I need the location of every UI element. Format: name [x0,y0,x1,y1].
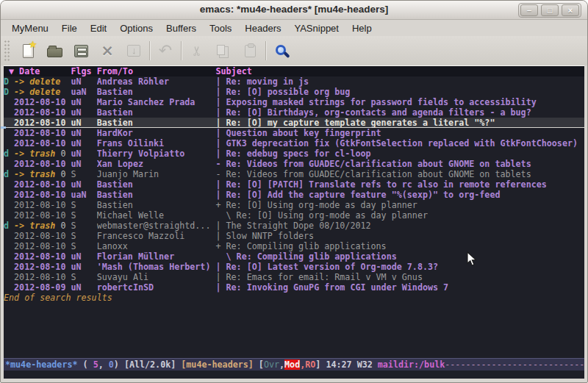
flags-cell: uN [71,179,96,190]
new-file-button[interactable] [15,39,41,62]
mark-cell [4,118,14,127]
mark-cell [4,107,14,118]
menu-item-file[interactable]: File [55,21,84,35]
flags-cell: uaN [71,190,96,200]
from-cell: Florian Müllner [97,251,216,262]
mark-action-label: -> delete [14,87,60,97]
menu-item-headers[interactable]: Headers [238,21,287,35]
flags-cell: uN [71,128,96,138]
message-row[interactable]: d-> trash 0Swebmaster@straightd...| The … [4,221,584,231]
message-row[interactable]: 2012-08-10SMichael Welle \ Re: [O] Using… [4,210,584,221]
date-cell: 2012-08-10 [14,118,71,127]
message-row[interactable]: d-> trash 0SJuanjo Marin- Re: Videos fro… [4,169,584,179]
flags-cell: uN [71,76,96,87]
message-row[interactable]: 2012-08-10uNBastien| Re: [O] my capture … [4,118,584,128]
flags-cell: uN [71,107,96,118]
message-list: D-> deleteuNAndreas Röhler| Re: moving i… [4,76,584,293]
menu-item-options[interactable]: Options [113,21,159,35]
undo-icon: ↶ [159,43,172,59]
mode-line[interactable]: *mu4e-headers* ( 5, 0) [All/2.0k] [mu4e-… [4,358,584,371]
flags-cell: S [71,200,96,210]
search-button[interactable] [268,39,295,62]
toolbar-grip-handle[interactable] [4,40,10,62]
message-row[interactable]: 2012-08-10SSuvayu Ali| Re: Emacs for ema… [4,272,584,282]
mark-cell [4,231,14,241]
flags-cell: S [71,231,96,241]
from-cell: HardKor [97,128,216,138]
subject-cell: \ Re: Compiling glib applications [215,251,584,262]
menu-item-tools[interactable]: Tools [203,21,238,35]
subject-cell: | Question about key fingerprint [215,128,584,138]
titlebar[interactable]: emacs: *mu4e-headers* [mu4e-headers] –□× [1,1,587,20]
message-row[interactable]: 2012-08-10uNXan Lopez- Re: Videos from G… [4,159,584,169]
emacs-window: emacs: *mu4e-headers* [mu4e-headers] –□×… [0,0,588,383]
mark-cell [4,272,14,282]
subject-cell: | Re: Emacs for email: Rmail v VM v Gnus [215,272,584,282]
message-row[interactable]: 2012-08-10uN'Mash (Thomas Herbert)| Re: … [4,262,584,272]
menu-item-yasnippet[interactable]: YASnippet [287,21,345,35]
modeline-segment: ] [315,359,326,370]
modeline-segment: 5 [93,359,98,370]
message-row[interactable]: 2012-08-10uNMario Sanchez Prada| Exposin… [4,97,584,107]
message-row[interactable]: 2012-08-10uaNBastien| Re: [O] Add the ca… [4,190,584,200]
menu-item-mymenu[interactable]: MyMenu [5,21,55,35]
message-row[interactable]: 2012-08-10uNHardKor| Question about key … [4,128,584,138]
message-row[interactable]: D-> deleteuNAndreas Röhler| Re: moving i… [4,76,584,87]
message-row[interactable]: 2012-08-09uNrobertcInSD| Re: Invoking Gn… [4,282,584,293]
toolbar-separator [181,41,182,60]
date-cell: 2012-08-10 [14,107,71,118]
message-row[interactable]: 2012-08-10uNFrans Oilinki| GTK3 deprecat… [4,138,584,148]
message-row[interactable]: 2012-08-10SBastien+ Re: [O] Using org-mo… [4,200,584,210]
date-cell: -> delete [14,87,71,97]
from-cell: Bastien [97,179,216,190]
close-buffer-button[interactable]: × [94,39,121,62]
date-cell: 2012-08-10 [14,200,71,210]
date-cell: -> trash 0 [14,221,71,231]
subject-cell: - Re: Videos from GUADEC/clarification a… [215,159,584,169]
menu-item-help[interactable]: Help [345,21,379,35]
from-cell: Xan Lopez [97,159,216,169]
cut-icon: ✂ [190,45,205,56]
modeline-segment: Mod [284,359,300,370]
open-folder-button[interactable] [41,39,68,62]
mark-cell [4,262,14,272]
modeline-segment: ) [114,359,124,370]
toolbar: ×↶✂ [1,36,587,65]
subject-cell: | Exposing masked strings for password f… [215,97,584,107]
flags-cell: uN [71,118,96,127]
menu-item-buffers[interactable]: Buffers [159,21,203,35]
maximize-button[interactable]: □ [541,4,559,16]
message-row[interactable]: 2012-08-10uNBastien| Re: [O] [PATCH] Tra… [4,179,584,190]
close-button[interactable]: × [562,4,579,16]
date-cell: -> trash 0 [14,148,71,159]
subject-cell: | The Straight Dope 08/10/2012 [215,221,584,231]
subject-cell: | Re: [O] Birthdays, org-contacts and ag… [215,107,584,118]
message-row[interactable]: 2012-08-10uNBastien| Re: [O] Birthdays, … [4,107,584,118]
menu-item-edit[interactable]: Edit [84,21,113,35]
flags-cell: S [71,272,96,282]
message-row[interactable]: d-> trash 0uNThierry Volpiatto| Re: edeb… [4,148,584,159]
modeline-segment: 14:27 W32 [326,359,377,370]
date-cell: 2012-08-10 [14,179,71,190]
mark-cell [4,251,14,262]
headers-column-header: ▼ Date Flgs From/To Subject [4,66,584,76]
message-row[interactable]: 2012-08-10uNFlorian Müllner \ Re: Compil… [4,251,584,262]
subject-cell: + Re: Compiling glib applications [215,241,584,251]
mark-cell [4,159,14,169]
from-cell: Bastien [97,190,216,200]
mark-cell [4,200,14,210]
message-row[interactable]: D-> deleteuaNBastien| Re: [O] possible o… [4,87,584,97]
save-button[interactable] [68,39,94,62]
flags-cell: uN [71,262,96,272]
window-controls: –□× [518,3,581,18]
from-cell: Bastien [97,87,216,97]
from-cell: 'Mash (Thomas Herbert) [97,262,216,272]
date-cell: 2012-08-10 [14,138,71,148]
mark-cell: D [4,76,14,87]
message-row[interactable]: 2012-08-10SFrancesco Mazzoli| Slow NNTP … [4,231,584,241]
message-row[interactable]: 2012-08-10SLanoxx+ Re: Compiling glib ap… [4,241,584,251]
open-folder-icon [47,48,62,57]
minimize-button[interactable]: – [520,4,538,16]
toolbar-separator [265,41,266,60]
flags-cell: S [71,241,96,251]
